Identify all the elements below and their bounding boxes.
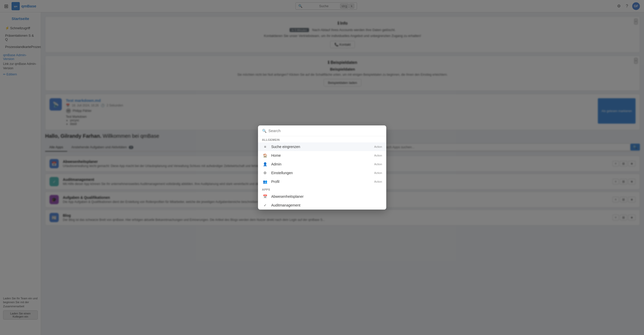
- search-items-apps: 📅 Abwesenheitsplaner ✓ Auditmanagement: [258, 192, 386, 210]
- search-item-icon: 👥: [262, 180, 268, 184]
- search-item[interactable]: 👥 Profil Action: [258, 177, 386, 186]
- search-overlay[interactable]: 🔍 Allgemein ≡ Suche eingrenzen Action 🏠 …: [0, 0, 644, 232]
- search-item[interactable]: 🏠 Home Action: [258, 151, 386, 160]
- search-item-icon: ✓: [262, 203, 268, 207]
- search-item-action: Action: [374, 154, 382, 157]
- search-items-general: ≡ Suche eingrenzen Action 🏠 Home Action …: [258, 142, 386, 186]
- search-item-label: Einstellungen: [271, 171, 371, 175]
- search-item-label: Profil: [271, 180, 371, 184]
- search-item-label: Auditmanagement: [271, 203, 382, 207]
- search-item-action: Action: [374, 171, 382, 174]
- search-item[interactable]: ≡ Suche eingrenzen Action: [258, 142, 386, 151]
- search-item-icon: 🏠: [262, 153, 268, 157]
- search-section-apps: Apps: [258, 186, 386, 192]
- search-modal-body: Allgemein ≡ Suche eingrenzen Action 🏠 Ho…: [258, 136, 386, 210]
- search-item-action: Action: [374, 180, 382, 183]
- search-item-label: Abwesenheitsplaner: [271, 194, 382, 199]
- search-item-label: Home: [271, 153, 371, 157]
- search-item[interactable]: ⚙ Einstellungen Action: [258, 169, 386, 177]
- search-item-action: Action: [374, 163, 382, 166]
- search-item-icon: 👤: [262, 162, 268, 166]
- search-item-label: Suche eingrenzen: [271, 145, 371, 149]
- search-item-label: Admin: [271, 162, 371, 166]
- search-modal: 🔍 Allgemein ≡ Suche eingrenzen Action 🏠 …: [258, 125, 386, 210]
- search-item-app[interactable]: ✓ Auditmanagement: [258, 201, 386, 210]
- search-modal-input[interactable]: [269, 129, 382, 133]
- search-item-icon: 📅: [262, 194, 268, 199]
- search-item-action: Action: [374, 145, 382, 148]
- search-item-icon: ≡: [262, 145, 268, 149]
- search-item[interactable]: 👤 Admin Action: [258, 160, 386, 169]
- search-modal-icon: 🔍: [262, 129, 266, 133]
- search-item-app[interactable]: 📅 Abwesenheitsplaner: [258, 192, 386, 201]
- search-item-icon: ⚙: [262, 171, 268, 175]
- search-modal-header: 🔍: [258, 125, 386, 136]
- search-section-general: Allgemein: [258, 136, 386, 142]
